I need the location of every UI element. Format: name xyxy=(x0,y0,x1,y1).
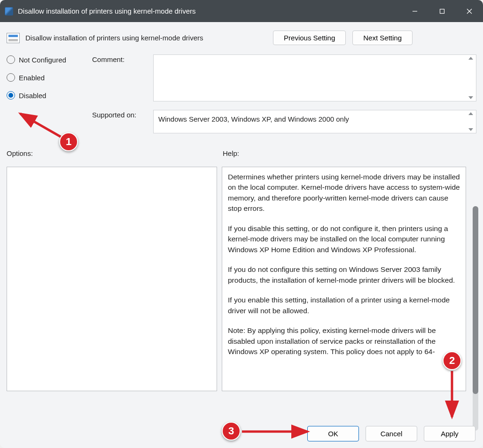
radio-label: Not Configured xyxy=(19,56,66,64)
minimize-button[interactable] xyxy=(401,0,428,22)
radio-not-configured[interactable]: Not Configured xyxy=(7,55,92,64)
next-setting-button[interactable]: Next Setting xyxy=(352,31,413,45)
radio-icon xyxy=(7,55,15,64)
help-text: Note: By applying this policy, existing … xyxy=(228,325,460,357)
previous-setting-button[interactable]: Previous Setting xyxy=(273,31,346,45)
close-icon xyxy=(467,8,472,14)
supported-on-box: Windows Server 2003, Windows XP, and Win… xyxy=(153,110,476,133)
chevron-up-icon[interactable] xyxy=(468,112,473,115)
scrollbar-thumb[interactable] xyxy=(473,206,478,394)
chevron-down-icon[interactable] xyxy=(468,128,473,131)
radio-icon xyxy=(7,73,15,82)
policy-icon xyxy=(7,33,20,43)
comment-input[interactable] xyxy=(153,54,476,101)
cancel-button[interactable]: Cancel xyxy=(366,426,417,441)
chevron-down-icon[interactable] xyxy=(468,96,473,99)
state-radio-group: Not Configured Enabled Disabled xyxy=(7,54,92,142)
options-panel xyxy=(7,167,217,391)
supported-on-label: Supported on: xyxy=(92,110,153,119)
title-bar: Disallow installation of printers using … xyxy=(0,0,483,22)
svg-rect-1 xyxy=(440,9,444,13)
help-scrollbar[interactable] xyxy=(473,206,478,431)
help-text: If you disable this setting, or do not c… xyxy=(228,224,460,255)
radio-disabled[interactable]: Disabled xyxy=(7,91,92,100)
policy-header: Disallow installation of printers using … xyxy=(0,22,483,50)
ok-button[interactable]: OK xyxy=(307,426,359,441)
close-button[interactable] xyxy=(456,0,483,22)
radio-icon xyxy=(7,91,15,100)
help-text: Determines whether printers using kernel… xyxy=(228,172,460,214)
policy-name: Disallow installation of printers using … xyxy=(25,34,273,42)
policy-window-icon xyxy=(5,7,13,15)
maximize-button[interactable] xyxy=(428,0,456,22)
window-title: Disallow installation of printers using … xyxy=(18,7,196,15)
help-text: If you do not configure this setting on … xyxy=(228,264,460,286)
maximize-icon xyxy=(439,8,445,14)
comment-label: Comment: xyxy=(92,54,153,63)
supported-spin xyxy=(467,111,475,132)
radio-label: Disabled xyxy=(19,92,46,100)
chevron-up-icon[interactable] xyxy=(468,57,473,60)
options-section-label: Options: xyxy=(7,149,223,157)
minimize-icon xyxy=(412,8,418,14)
comment-spin xyxy=(467,56,475,100)
radio-label: Enabled xyxy=(19,74,45,82)
apply-button[interactable]: Apply xyxy=(424,426,475,441)
window-controls xyxy=(401,0,483,22)
supported-on-value: Windows Server 2003, Windows XP, and Win… xyxy=(158,115,349,123)
help-section-label: Help: xyxy=(223,149,239,157)
help-text: If you enable this setting, installation… xyxy=(228,295,460,316)
help-panel: Determines whether printers using kernel… xyxy=(222,167,466,391)
radio-enabled[interactable]: Enabled xyxy=(7,73,92,82)
